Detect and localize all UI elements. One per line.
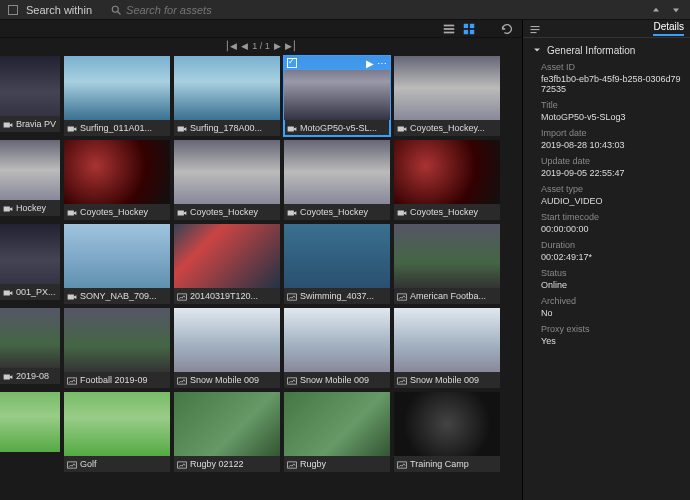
svg-rect-17: [288, 211, 294, 216]
asset-thumbnail[interactable]: [394, 140, 500, 204]
selected-check-icon[interactable]: [287, 58, 297, 68]
panel-list-icon[interactable]: [529, 23, 541, 35]
asset-thumbnail[interactable]: [284, 140, 390, 204]
asset-tile[interactable]: Hockey: [0, 140, 60, 220]
pager-next-icon[interactable]: ▶: [274, 41, 281, 51]
view-grid-icon[interactable]: [462, 22, 476, 36]
search-field[interactable]: [110, 4, 642, 16]
asset-tile[interactable]: Swimming_4037...: [284, 224, 390, 304]
asset-caption: 20140319T120...: [174, 288, 280, 304]
asset-thumbnail[interactable]: [394, 224, 500, 288]
title-label: Title: [541, 100, 682, 110]
video-clip-icon: [3, 372, 13, 380]
pager-first-icon[interactable]: ⎮◀: [225, 41, 237, 51]
view-list-icon[interactable]: [442, 22, 456, 36]
panel-tabs: Details: [523, 20, 690, 38]
asset-thumbnail[interactable]: [284, 392, 390, 456]
asset-tile[interactable]: 001_PX...: [0, 224, 60, 304]
asset-tile[interactable]: Bravia PV: [0, 56, 60, 136]
asset-tile[interactable]: Surfing_011A01...: [64, 56, 170, 136]
svg-rect-14: [4, 207, 10, 212]
refresh-icon[interactable]: [500, 22, 514, 36]
asset-thumbnail[interactable]: [284, 224, 390, 288]
asset-tile[interactable]: Snow Mobile 009: [174, 308, 280, 388]
image-icon: [397, 376, 407, 384]
asset-caption: Hockey: [0, 200, 60, 216]
asset-thumbnail[interactable]: [0, 56, 60, 116]
svg-rect-3: [444, 28, 455, 30]
svg-rect-6: [470, 23, 474, 27]
asset-tile[interactable]: Golf: [64, 392, 170, 472]
asset-caption: 001_PX...: [0, 284, 60, 300]
asset-thumbnail[interactable]: ▶⋯: [284, 56, 390, 120]
asset-thumbnail[interactable]: [64, 308, 170, 372]
start-tc-label: Start timecode: [541, 212, 682, 222]
asset-thumbnail[interactable]: [394, 392, 500, 456]
pager-prev-icon[interactable]: ◀: [241, 41, 248, 51]
video-clip-icon: [3, 120, 13, 128]
asset-thumbnail[interactable]: [394, 308, 500, 372]
asset-tile[interactable]: 20140319T120...: [174, 224, 280, 304]
svg-rect-4: [444, 31, 455, 33]
asset-caption: Training Camp: [394, 456, 500, 472]
more-icon[interactable]: ⋯: [377, 58, 387, 69]
asset-name: Rugby: [300, 459, 326, 469]
asset-thumbnail[interactable]: [174, 308, 280, 372]
asset-tile[interactable]: Coyotes_Hockey: [64, 140, 170, 220]
asset-tile[interactable]: Surfing_178A00...: [174, 56, 280, 136]
asset-thumbnail[interactable]: [394, 56, 500, 120]
asset-id-label: Asset ID: [541, 62, 682, 72]
asset-thumbnail[interactable]: [64, 56, 170, 120]
asset-thumbnail[interactable]: [0, 392, 60, 452]
selection-overlay: ▶⋯: [284, 56, 390, 70]
asset-thumbnail[interactable]: [0, 140, 60, 200]
archived-value: No: [541, 308, 682, 318]
asset-thumbnail[interactable]: [64, 224, 170, 288]
asset-tile[interactable]: Snow Mobile 009: [394, 308, 500, 388]
tab-details[interactable]: Details: [653, 21, 684, 36]
svg-rect-10: [68, 127, 74, 132]
asset-tile[interactable]: Rugby: [284, 392, 390, 472]
asset-thumbnail[interactable]: [64, 140, 170, 204]
video-clip-icon: [3, 288, 13, 296]
pager-last-icon[interactable]: ▶⎮: [285, 41, 297, 51]
duration-value: 00:02:49:17*: [541, 252, 682, 262]
asset-thumbnail[interactable]: [174, 140, 280, 204]
asset-tile[interactable]: Training Camp: [394, 392, 500, 472]
asset-tile[interactable]: Snow Mobile 009: [284, 308, 390, 388]
search-within-checkbox[interactable]: [8, 5, 18, 15]
asset-thumbnail[interactable]: [174, 56, 280, 120]
asset-caption: Golf: [64, 456, 170, 472]
search-input[interactable]: [126, 4, 306, 16]
asset-name: American Footba...: [410, 291, 486, 301]
asset-tile[interactable]: Coyotes_Hockey: [284, 140, 390, 220]
sort-desc-icon[interactable]: [670, 4, 682, 16]
sort-asc-icon[interactable]: [650, 4, 662, 16]
asset-tile[interactable]: Coyotes_Hockey: [394, 140, 500, 220]
video-clip-icon: [177, 124, 187, 132]
asset-thumbnail[interactable]: [0, 224, 60, 284]
asset-name: 2019-08: [16, 371, 49, 381]
asset-tile[interactable]: 2019-08: [0, 308, 60, 388]
image-icon: [287, 376, 297, 384]
asset-tile[interactable]: Coyotes_Hockey...: [394, 56, 500, 136]
asset-thumbnail[interactable]: [284, 308, 390, 372]
play-icon[interactable]: ▶: [366, 58, 374, 69]
asset-name: Snow Mobile 009: [190, 375, 259, 385]
section-general-label: General Information: [547, 45, 635, 56]
asset-tile[interactable]: Rugby 02122: [174, 392, 280, 472]
asset-tile[interactable]: SONY_NAB_709...: [64, 224, 170, 304]
asset-thumbnail[interactable]: [174, 224, 280, 288]
asset-tile[interactable]: American Footba...: [394, 224, 500, 304]
asset-tile[interactable]: ▶⋯MotoGP50-v5-SL...: [284, 56, 390, 136]
asset-tile[interactable]: Coyotes_Hockey: [174, 140, 280, 220]
asset-thumbnail[interactable]: [0, 308, 60, 368]
asset-thumbnail[interactable]: [174, 392, 280, 456]
asset-tile[interactable]: Football 2019-09: [64, 308, 170, 388]
asset-thumbnail[interactable]: [64, 392, 170, 456]
asset-tile[interactable]: [0, 392, 60, 472]
video-clip-icon: [67, 292, 77, 300]
status-value: Online: [541, 280, 682, 290]
thumbnail-grid: Bravia PVSurfing_011A01...Surfing_178A00…: [0, 54, 522, 500]
section-general-header[interactable]: General Information: [523, 38, 690, 62]
